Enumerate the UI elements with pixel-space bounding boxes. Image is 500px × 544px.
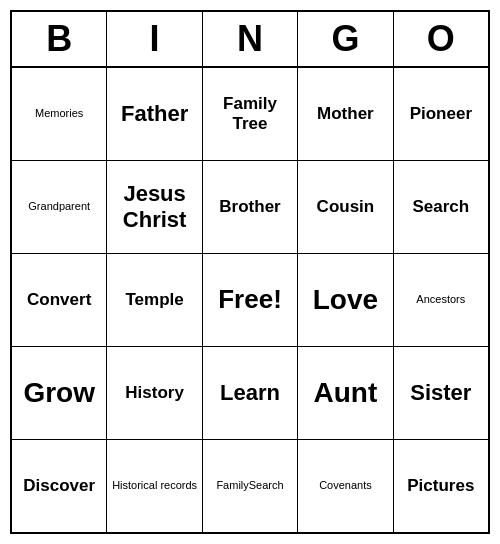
bingo-cell: Ancestors xyxy=(394,254,488,346)
bingo-cell: Brother xyxy=(203,161,298,253)
bingo-cell: Aunt xyxy=(298,347,393,439)
bingo-cell: Pictures xyxy=(394,440,488,532)
bingo-cell: Family Tree xyxy=(203,68,298,160)
bingo-cell: Pioneer xyxy=(394,68,488,160)
bingo-cell: Sister xyxy=(394,347,488,439)
bingo-header: BINGO xyxy=(12,12,488,68)
bingo-row: DiscoverHistorical recordsFamilySearchCo… xyxy=(12,440,488,532)
bingo-row: GrandparentJesus ChristBrotherCousinSear… xyxy=(12,161,488,254)
bingo-cell: FamilySearch xyxy=(203,440,298,532)
bingo-cell: Memories xyxy=(12,68,107,160)
bingo-cell: History xyxy=(107,347,202,439)
bingo-row: ConvertTempleFree!LoveAncestors xyxy=(12,254,488,347)
bingo-row: MemoriesFatherFamily TreeMotherPioneer xyxy=(12,68,488,161)
bingo-cell: Father xyxy=(107,68,202,160)
bingo-cell: Jesus Christ xyxy=(107,161,202,253)
bingo-cell: Search xyxy=(394,161,488,253)
header-letter: N xyxy=(203,12,298,66)
bingo-grid: MemoriesFatherFamily TreeMotherPioneerGr… xyxy=(12,68,488,532)
bingo-cell: Temple xyxy=(107,254,202,346)
header-letter: B xyxy=(12,12,107,66)
bingo-cell: Learn xyxy=(203,347,298,439)
bingo-cell: Grandparent xyxy=(12,161,107,253)
header-letter: O xyxy=(394,12,488,66)
bingo-card: BINGO MemoriesFatherFamily TreeMotherPio… xyxy=(10,10,490,534)
bingo-cell: Cousin xyxy=(298,161,393,253)
header-letter: I xyxy=(107,12,202,66)
bingo-cell: Mother xyxy=(298,68,393,160)
bingo-cell: Covenants xyxy=(298,440,393,532)
bingo-cell: Love xyxy=(298,254,393,346)
bingo-row: GrowHistoryLearnAuntSister xyxy=(12,347,488,440)
bingo-cell: Historical records xyxy=(107,440,202,532)
header-letter: G xyxy=(298,12,393,66)
bingo-cell: Grow xyxy=(12,347,107,439)
bingo-cell: Free! xyxy=(203,254,298,346)
bingo-cell: Discover xyxy=(12,440,107,532)
bingo-cell: Convert xyxy=(12,254,107,346)
